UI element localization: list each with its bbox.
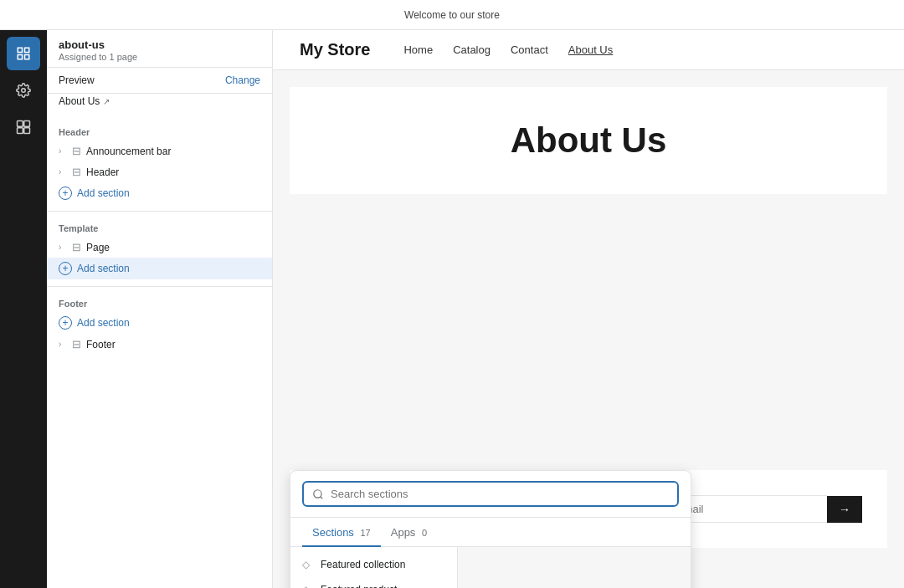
preview-page-name: About Us [59,95,100,107]
apps-badge: 0 [422,528,427,538]
page-title: About Us [323,120,854,161]
search-box [302,481,679,507]
chevron-icon: › [59,243,67,252]
email-input-area: → [665,495,862,523]
section-icon: ⊟ [72,145,81,157]
item-label: Featured product [321,584,397,588]
store-nav: Home Catalog Contact About Us [403,43,613,56]
nav-catalog[interactable]: Catalog [453,43,491,56]
svg-rect-1 [25,48,29,52]
svg-line-10 [321,496,323,499]
plus-icon: + [59,316,72,330]
plus-icon: + [59,187,72,200]
dropdown-container: Sections 17 Apps 0 ◇ Featured collection [290,470,887,548]
chevron-icon: › [59,167,67,176]
add-section-footer[interactable]: + Add section [47,312,272,334]
section-icon: ⊟ [72,166,81,178]
store-logo: My Store [300,40,370,59]
nav-contact[interactable]: Contact [511,43,548,56]
tab-apps[interactable]: Apps 0 [381,518,437,547]
add-section-label: Add section [77,187,130,199]
svg-rect-0 [18,48,22,52]
email-submit-button[interactable]: → [827,496,862,523]
tab-sections[interactable]: Sections 17 [302,518,381,547]
nav-about[interactable]: About Us [568,43,613,56]
footer-group-label: Footer [47,294,272,312]
svg-point-4 [22,89,26,93]
item-label: Page [86,242,110,253]
item-label: Footer [86,339,116,350]
top-bar: Welcome to our store [0,0,904,30]
apps-icon[interactable] [7,110,40,144]
section-featured-product[interactable]: ◇ Featured product [290,577,457,588]
section-preview: Image slide [458,547,691,588]
preview-row: Preview Change [47,68,272,94]
svg-rect-3 [25,55,29,59]
svg-rect-2 [18,55,22,59]
sections-dropdown: Sections 17 Apps 0 ◇ Featured collection [290,470,691,588]
external-link-icon: ↗ [103,97,110,106]
template-group-label: Template [47,218,272,237]
svg-rect-6 [24,121,30,127]
dropdown-body: ◇ Featured collection ◇ Featured product… [290,547,691,588]
store-body: About Us Sections 17 [273,70,904,588]
announcement-bar-item[interactable]: › ⊟ Announcement bar [47,141,272,161]
add-section-header[interactable]: + Add section [47,182,272,204]
add-section-template[interactable]: + Add section [47,258,272,279]
sections-badge: 17 [360,528,370,538]
left-panel: about-us Assigned to 1 page Preview Chan… [47,30,273,588]
search-input[interactable] [331,488,669,500]
item-label: Header [86,166,119,178]
about-us-section: About Us [290,87,887,194]
layout-icon[interactable] [7,37,40,70]
footer-item[interactable]: › ⊟ Footer [47,334,272,355]
item-label: Featured collection [321,559,405,570]
svg-rect-5 [18,121,23,127]
preview-about: About Us ↗ [47,94,272,114]
svg-point-9 [314,489,321,497]
search-icon [312,488,324,500]
section-list: ◇ Featured collection ◇ Featured product… [290,547,458,588]
main-content: My Store Home Catalog Contact About Us A… [273,30,904,588]
dropdown-search-area [290,471,691,518]
nav-home[interactable]: Home [403,43,433,56]
preview-label: Preview [59,74,95,86]
header-item[interactable]: › ⊟ Header [47,161,272,182]
settings-icon[interactable] [7,74,40,107]
svg-rect-7 [18,128,23,134]
panel-scroll: Header › ⊟ Announcement bar › ⊟ Header +… [47,114,272,588]
item-label: Announcement bar [86,146,171,157]
section-icon: ◇ [302,559,314,570]
add-section-label: Add section [77,263,130,274]
section-icon: ⊟ [72,338,81,350]
section-icon: ◇ [302,584,314,588]
change-link[interactable]: Change [225,74,260,86]
icon-sidebar [0,30,47,588]
chevron-icon: › [59,146,67,156]
chevron-icon: › [59,340,67,349]
section-icon: ⊟ [72,241,81,253]
add-section-label: Add section [77,317,130,329]
header-group-label: Header [47,122,272,141]
panel-header: about-us Assigned to 1 page [47,30,272,68]
store-header: My Store Home Catalog Contact About Us [273,30,904,70]
svg-rect-8 [24,128,30,134]
panel-subtitle: Assigned to 1 page [59,52,260,62]
page-item[interactable]: › ⊟ Page [47,237,272,258]
welcome-text: Welcome to our store [404,9,500,21]
dropdown-tabs: Sections 17 Apps 0 [290,518,691,547]
plus-icon: + [59,262,72,275]
panel-title: about-us [59,38,260,51]
section-featured-collection[interactable]: ◇ Featured collection [290,552,457,577]
